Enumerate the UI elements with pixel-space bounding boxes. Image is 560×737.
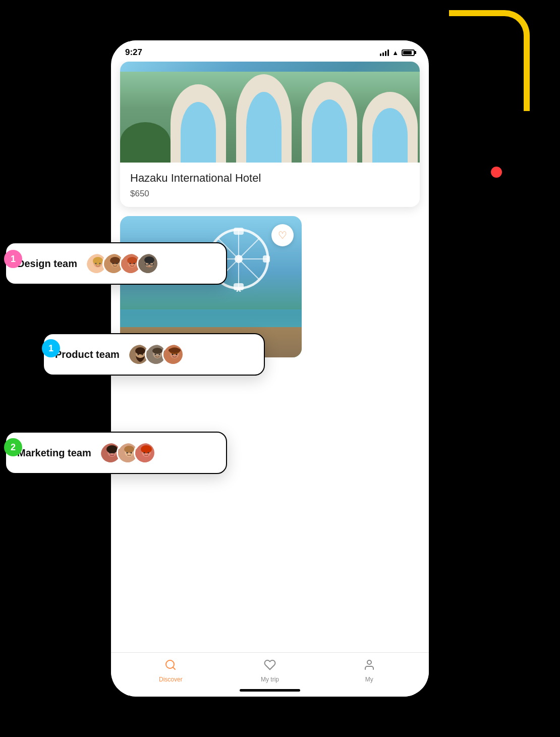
svg-point-28 — [129, 263, 131, 265]
hotel-card[interactable]: Hazaku International Hotel $650 — [120, 62, 420, 207]
arch-inner4 — [372, 108, 408, 163]
yellow-bracket-decoration — [449, 10, 530, 111]
my-icon — [363, 659, 375, 674]
svg-point-5 — [235, 255, 243, 263]
water — [120, 309, 302, 330]
nav-item-my[interactable]: My — [319, 659, 419, 683]
svg-point-66 — [147, 452, 149, 454]
hotel-image — [120, 62, 420, 163]
svg-point-39 — [137, 354, 139, 355]
nav-item-discover[interactable]: Discover — [121, 659, 220, 683]
svg-point-59 — [124, 446, 134, 453]
marketing-team-tooltip[interactable]: Marketing team — [5, 432, 227, 474]
design-team-badge: 1 — [4, 250, 22, 268]
wifi-icon: ▲ — [392, 49, 399, 57]
svg-point-23 — [112, 263, 114, 265]
svg-rect-9 — [263, 255, 270, 262]
svg-point-17 — [93, 257, 103, 265]
svg-point-54 — [106, 445, 118, 453]
svg-rect-6 — [234, 228, 244, 235]
mytrip-icon — [264, 659, 276, 674]
svg-line-13 — [173, 667, 175, 669]
svg-point-49 — [169, 348, 181, 353]
svg-point-19 — [99, 263, 100, 265]
status-time: 9:27 — [125, 47, 142, 58]
battery-icon — [402, 49, 415, 56]
red-dot-decoration — [491, 167, 502, 178]
svg-point-55 — [109, 452, 110, 454]
svg-point-60 — [126, 452, 128, 454]
marketing-team-avatars — [99, 442, 156, 464]
product-team-avatars — [128, 343, 184, 365]
svg-point-64 — [141, 445, 152, 453]
signal-icon — [380, 49, 389, 56]
svg-point-40 — [141, 354, 143, 355]
hotel-name: Hazaku International Hotel — [130, 172, 410, 185]
status-icons: ▲ — [380, 49, 415, 57]
svg-point-50 — [172, 354, 173, 355]
discover-icon — [164, 659, 177, 674]
heart-icon: ♡ — [278, 229, 287, 241]
svg-point-61 — [130, 452, 132, 454]
arch-inner3 — [312, 99, 347, 163]
discover-label: Discover — [159, 676, 183, 683]
svg-point-24 — [116, 263, 118, 265]
svg-point-22 — [110, 257, 120, 264]
design-team-tooltip[interactable]: Design team — [5, 242, 227, 285]
status-bar: 9:27 ▲ — [111, 40, 429, 62]
product-team-badge: 1 — [42, 339, 60, 357]
design-team-label: Design team — [17, 258, 77, 270]
design-team-avatars — [85, 252, 159, 275]
svg-point-14 — [367, 660, 371, 664]
product-team-tooltip[interactable]: Product team — [43, 333, 265, 376]
svg-point-44 — [154, 354, 156, 355]
trees — [120, 122, 171, 163]
avatar-marketing-3 — [134, 442, 156, 464]
svg-point-18 — [95, 263, 96, 265]
svg-point-43 — [152, 348, 162, 354]
avatar-product-3 — [162, 343, 184, 365]
svg-point-38 — [135, 347, 145, 354]
marketing-team-badge: 2 — [4, 438, 22, 456]
home-indicator — [240, 689, 300, 692]
svg-point-27 — [127, 257, 137, 264]
arch-inner2 — [246, 92, 282, 163]
marketing-team-label: Marketing team — [17, 447, 91, 459]
product-team-label: Product team — [55, 349, 120, 360]
mytrip-label: My trip — [261, 676, 279, 683]
svg-point-56 — [113, 452, 115, 454]
hotel-info: Hazaku International Hotel $650 — [120, 163, 420, 207]
favorite-button[interactable]: ♡ — [271, 224, 294, 246]
svg-point-51 — [176, 354, 177, 355]
avatar-design-4 — [137, 252, 159, 275]
arch-inner1 — [181, 102, 216, 163]
hotel-price: $650 — [130, 189, 410, 199]
svg-point-45 — [158, 354, 160, 355]
nav-item-mytrip[interactable]: My trip — [220, 659, 320, 683]
my-label: My — [365, 676, 373, 683]
svg-point-65 — [143, 452, 145, 454]
svg-point-29 — [133, 263, 135, 265]
